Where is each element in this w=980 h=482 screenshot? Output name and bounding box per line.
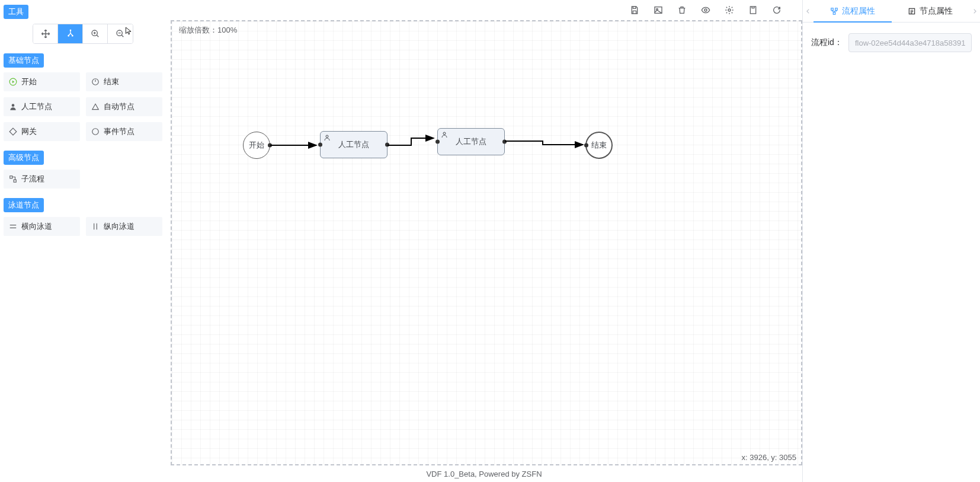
lane-nodes-title: 泳道节点 [4, 198, 44, 212]
pan-tool-button[interactable] [33, 24, 58, 43]
svg-point-13 [704, 9, 707, 11]
svg-point-0 [69, 30, 71, 31]
zoom-out-icon [116, 29, 125, 39]
palette-start-node[interactable]: 开始 [4, 72, 80, 91]
footer-text: VDF 1.0_Beta, Powered by ZSFN [166, 465, 802, 482]
branch-icon [66, 29, 75, 39]
zoom-in-icon [91, 29, 100, 39]
hlane-icon [8, 222, 18, 231]
save-button[interactable] [629, 5, 640, 15]
user-icon [440, 130, 449, 139]
svg-point-1 [68, 35, 69, 37]
power-icon [91, 77, 100, 87]
tools-section-title: 工具 [4, 5, 28, 19]
preview-button[interactable] [700, 5, 711, 15]
port[interactable] [584, 143, 588, 148]
triangle-icon [91, 102, 100, 111]
palette-gateway-node[interactable]: 网关 [4, 122, 80, 141]
move-icon [41, 29, 50, 39]
advanced-nodes-title: 高级节点 [4, 151, 44, 165]
delete-button[interactable] [677, 5, 687, 15]
palette-manual-label: 人工节点 [21, 101, 52, 112]
flow-id-input [848, 33, 972, 52]
flow-id-label: 流程id： [811, 37, 843, 48]
flow-node-start-label: 开始 [249, 140, 264, 151]
svg-point-18 [443, 132, 446, 135]
port[interactable] [435, 140, 440, 144]
flow-edge[interactable] [270, 143, 321, 149]
canvas-toolbar [166, 0, 802, 20]
tabs-prev-button[interactable] [803, 0, 814, 22]
svg-rect-21 [833, 12, 835, 14]
image-button[interactable] [653, 5, 664, 15]
chevron-right-icon [972, 8, 978, 14]
user-icon [8, 102, 18, 111]
user-icon [323, 133, 331, 142]
palette-manual-node[interactable]: 人工节点 [4, 97, 80, 116]
tool-mode-group [33, 24, 133, 44]
palette-event-node[interactable]: 事件节点 [86, 122, 162, 141]
palette-end-label: 结束 [104, 76, 119, 87]
palette-auto-node[interactable]: 自动节点 [86, 97, 162, 116]
property-tabs: 流程属性 节点属性 [803, 0, 980, 23]
svg-point-17 [326, 135, 328, 138]
circle-icon [91, 127, 100, 136]
zoom-indicator: 缩放倍数：100% [179, 25, 237, 36]
svg-rect-15 [750, 7, 755, 14]
list-icon [908, 7, 916, 15]
palette-auto-label: 自动节点 [104, 101, 134, 112]
svg-point-7 [12, 104, 15, 107]
palette-hlane-label: 横向泳道 [21, 221, 52, 232]
tabs-next-button[interactable] [969, 0, 980, 22]
refresh-button[interactable] [771, 5, 782, 15]
palette-event-label: 事件节点 [104, 126, 134, 137]
tab-flow-props[interactable]: 流程属性 [814, 0, 892, 22]
select-tool-button[interactable] [58, 24, 83, 43]
port[interactable] [318, 143, 322, 147]
play-circle-icon [8, 77, 18, 87]
flow-edge[interactable] [505, 138, 588, 149]
palette-end-node[interactable]: 结束 [86, 72, 162, 91]
zoom-out-button[interactable] [108, 24, 133, 43]
flow-node-end-label: 结束 [591, 140, 607, 151]
flow-node-manual-2[interactable]: 人工节点 [437, 128, 505, 155]
flow-node-end[interactable]: 结束 [585, 132, 613, 159]
palette-subflow-label: 子流程 [21, 174, 44, 184]
export-button[interactable] [748, 5, 758, 15]
palette-hlane-node[interactable]: 横向泳道 [4, 217, 80, 236]
left-panel: 工具 基础节点 [0, 0, 166, 482]
svg-rect-10 [14, 180, 16, 182]
coord-indicator: x: 3926, y: 3055 [741, 453, 796, 462]
tab-flow-label: 流程属性 [842, 6, 875, 17]
flow-node-manual-2-label: 人工节点 [456, 136, 486, 147]
subflow-icon [8, 174, 18, 184]
svg-point-14 [728, 9, 731, 11]
svg-point-8 [92, 129, 99, 135]
diamond-icon [8, 127, 18, 136]
flow-node-manual-1-label: 人工节点 [338, 139, 369, 150]
svg-point-2 [72, 35, 73, 37]
basic-nodes-title: 基础节点 [4, 53, 44, 68]
vlane-icon [91, 222, 100, 231]
canvas[interactable]: 缩放倍数：100% x: 3926, y: 3055 开始 [166, 20, 802, 465]
svg-rect-9 [10, 176, 12, 178]
chevron-left-icon [805, 8, 811, 14]
tab-node-label: 节点属性 [920, 6, 953, 17]
canvas-area: 缩放倍数：100% x: 3926, y: 3055 开始 [166, 0, 802, 482]
palette-vlane-label: 纵向泳道 [104, 221, 134, 232]
svg-rect-20 [835, 8, 838, 10]
palette-start-label: 开始 [21, 76, 37, 87]
zoom-in-button[interactable] [83, 24, 108, 43]
flow-edge[interactable] [387, 136, 438, 150]
palette-vlane-node[interactable]: 纵向泳道 [86, 217, 162, 236]
svg-rect-19 [831, 8, 834, 10]
tab-node-props[interactable]: 节点属性 [892, 0, 970, 22]
flow-node-start[interactable]: 开始 [243, 132, 270, 159]
palette-gateway-label: 网关 [21, 126, 37, 137]
flow-node-manual-1[interactable]: 人工节点 [320, 131, 387, 158]
palette-subflow-node[interactable]: 子流程 [4, 170, 80, 189]
right-panel: 流程属性 节点属性 流程id： [802, 0, 980, 482]
flow-icon [830, 7, 838, 15]
settings-button[interactable] [724, 5, 735, 15]
